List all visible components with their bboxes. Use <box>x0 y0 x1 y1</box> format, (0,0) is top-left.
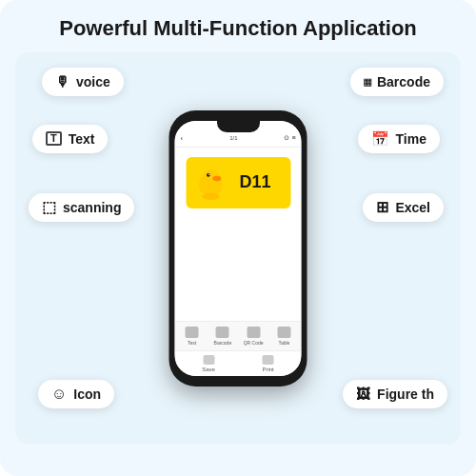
barcode-icon: ▦ <box>364 75 370 88</box>
chip-scanning-label: scanning <box>63 200 121 215</box>
icon-icon: ☺ <box>51 387 67 402</box>
svg-point-3 <box>207 173 210 177</box>
chip-icon[interactable]: ☺ Icon <box>38 380 114 408</box>
chip-icon-label: Icon <box>73 387 101 402</box>
text-icon: T <box>46 131 62 146</box>
chip-figure-label: Figure th <box>377 387 434 402</box>
label-card: D11 <box>186 157 290 208</box>
chip-barcode[interactable]: ▦ Barcode <box>350 68 444 96</box>
content-area: 🎙 voice ▦ Barcode T Text 📅 Time ⬚ scanni… <box>15 52 461 445</box>
screen-content: ‹ 1/1 ⊙ ≡ <box>175 121 302 376</box>
toolbar-barcode[interactable]: Barcode <box>209 325 236 347</box>
toolbar-qr-label: QR Code <box>244 340 264 346</box>
chip-scanning[interactable]: ⬚ scanning <box>29 193 134 222</box>
figure-icon: 🖼 <box>356 387 370 401</box>
label-area: D11 <box>175 148 302 236</box>
chip-excel[interactable]: ⊞ Excel <box>363 193 444 222</box>
svg-point-5 <box>202 192 219 199</box>
scanning-icon: ⬚ <box>42 200 56 215</box>
chip-barcode-label: Barcode <box>377 74 430 89</box>
save-button[interactable]: Save <box>202 355 215 372</box>
time-icon: 📅 <box>371 131 389 146</box>
chip-text-label: Text <box>69 131 95 147</box>
page-title: Powerful Multi-Function Application <box>15 15 461 43</box>
chip-figure[interactable]: 🖼 Figure th <box>343 380 447 408</box>
toolbar-table-label: Table <box>278 340 289 346</box>
chip-voice[interactable]: 🎙 voice <box>42 68 124 96</box>
print-label: Print <box>262 367 273 372</box>
screen-title: 1/1 <box>229 135 237 141</box>
screen-icons: ⊙ ≡ <box>284 134 295 142</box>
screen-mid <box>175 236 302 321</box>
toolbar-table[interactable]: Table <box>270 325 297 347</box>
toolbar-text-label: Text <box>188 340 196 346</box>
chip-time-label: Time <box>396 131 426 147</box>
chip-voice-label: voice <box>76 74 110 89</box>
screen-bottom-bar: Save Print <box>175 350 302 376</box>
toolbar-qr[interactable]: QR Code <box>240 325 267 347</box>
phone-mockup: ‹ 1/1 ⊙ ≡ <box>169 110 307 387</box>
chip-excel-label: Excel <box>395 200 430 215</box>
screen-back-icon: ‹ <box>181 134 184 143</box>
print-button[interactable]: Print <box>262 355 273 372</box>
save-label: Save <box>202 367 215 372</box>
svg-point-4 <box>208 173 208 174</box>
chip-time[interactable]: 📅 Time <box>358 125 440 153</box>
voice-icon: 🎙 <box>55 74 69 89</box>
label-d11: D11 <box>228 172 283 192</box>
phone-notch <box>217 121 260 132</box>
svg-point-2 <box>212 175 221 180</box>
main-container: Powerful Multi-Function Application 🎙 vo… <box>0 0 476 476</box>
toolbar-text[interactable]: Text <box>179 325 206 347</box>
duck-svg <box>193 166 228 200</box>
screen-toolbar: Text Barcode QR Code Table <box>175 321 302 350</box>
excel-icon: ⊞ <box>376 200 388 215</box>
phone-screen: ‹ 1/1 ⊙ ≡ <box>175 121 302 376</box>
toolbar-barcode-label: Barcode <box>214 340 232 346</box>
chip-text[interactable]: T Text <box>32 125 108 153</box>
